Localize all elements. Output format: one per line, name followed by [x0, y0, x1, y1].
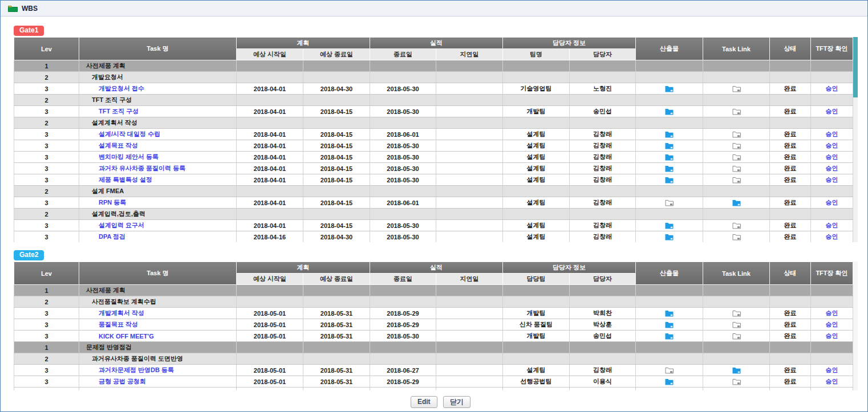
output-folder-icon[interactable]: [665, 366, 674, 373]
task-link-folder-icon[interactable]: [732, 165, 741, 172]
task-cell: 문제점 반영점검: [79, 342, 237, 353]
output-folder-icon[interactable]: [665, 233, 674, 240]
vertical-scrollbar[interactable]: [853, 37, 858, 242]
task-name-link[interactable]: RPN 등록: [99, 199, 126, 206]
output-folder-icon[interactable]: [665, 142, 674, 149]
task-link-folder-icon[interactable]: [732, 199, 741, 206]
approve-link[interactable]: 승인: [826, 233, 838, 240]
approve-link[interactable]: 승인: [826, 176, 838, 183]
status-cell: 완료: [770, 129, 811, 140]
task-link-folder-icon[interactable]: [732, 222, 741, 229]
approve-link[interactable]: 승인: [826, 142, 838, 149]
task-link-cell: [703, 174, 770, 186]
task-link-folder-icon[interactable]: [732, 153, 741, 160]
task-link-cell: [703, 152, 770, 163]
task-cell: 설계계획서 작성: [79, 117, 237, 129]
task-name-link[interactable]: 설계입력 요구서: [99, 222, 144, 229]
task-cell: DPA 점검: [79, 231, 237, 243]
owner-cell: [570, 209, 636, 220]
task-link-folder-icon[interactable]: [732, 142, 741, 149]
output-cell: [636, 106, 703, 117]
output-folder-icon[interactable]: [665, 165, 674, 172]
plan-end-cell: [303, 296, 370, 308]
output-folder-icon[interactable]: [665, 130, 674, 137]
task-link-folder-icon[interactable]: [732, 108, 741, 115]
task-cell: 과거유사차종 품질이력 도면반영: [79, 353, 237, 365]
task-name-link[interactable]: DPA 점검: [99, 233, 125, 240]
delay-cell: [436, 365, 503, 376]
output-folder-icon[interactable]: [665, 176, 674, 183]
tft-confirm-cell: [811, 209, 853, 220]
plan-start-cell: 2018-05-01: [237, 319, 303, 331]
output-cell: [636, 197, 703, 209]
approve-link[interactable]: 승인: [826, 165, 838, 172]
output-folder-icon[interactable]: [665, 309, 674, 316]
actual-end-cell: 2018-05-30: [370, 331, 436, 342]
output-folder-icon[interactable]: [665, 108, 674, 115]
approve-link[interactable]: 승인: [826, 108, 838, 115]
output-folder-icon[interactable]: [665, 85, 674, 92]
plan-end-cell: 2018-05-31: [303, 376, 370, 387]
table-row: 3설계목표 작성2018-04-012018-04-152018-05-30설계…: [14, 140, 853, 152]
task-link-folder-icon[interactable]: [732, 176, 741, 183]
approve-link[interactable]: 승인: [826, 321, 838, 328]
close-button[interactable]: 닫기: [443, 396, 470, 408]
task-link-folder-icon[interactable]: [732, 130, 741, 137]
col-header-deliverable: 산출물: [636, 262, 703, 285]
task-name-link[interactable]: 벤치마킹 제안서 등록: [99, 153, 159, 160]
task-name-link[interactable]: 개발계획서 작성: [99, 309, 144, 316]
output-folder-icon[interactable]: [665, 222, 674, 229]
approve-link[interactable]: 승인: [826, 222, 838, 229]
col-subheader-plan-end: 예상 종료일: [303, 274, 370, 285]
edit-button[interactable]: Edit: [411, 396, 437, 408]
task-link-folder-icon[interactable]: [732, 321, 741, 328]
approve-link[interactable]: 승인: [826, 199, 838, 206]
actual-end-cell: [370, 209, 436, 220]
owner-cell: 박희찬: [570, 308, 636, 319]
task-link-folder-icon[interactable]: [732, 332, 741, 339]
delay-cell: [436, 152, 503, 163]
task-link-folder-icon[interactable]: [732, 378, 741, 385]
vertical-scrollbar[interactable]: [853, 262, 858, 390]
tft-confirm-cell: 승인: [811, 106, 853, 117]
approve-link[interactable]: 승인: [826, 378, 838, 385]
task-link-folder-icon[interactable]: [732, 309, 741, 316]
output-folder-icon[interactable]: [665, 378, 674, 385]
plan-start-cell: 2018-04-01: [237, 197, 303, 209]
output-folder-icon[interactable]: [665, 332, 674, 339]
approve-link[interactable]: 승인: [826, 85, 838, 92]
task-cell: 품질목표 작성: [79, 319, 237, 331]
output-cell: [636, 117, 703, 129]
task-link-folder-icon[interactable]: [732, 233, 741, 240]
task-cell: 설계/시작 대일정 수립: [79, 129, 237, 140]
task-link-cell: [703, 331, 770, 342]
approve-link[interactable]: 승인: [826, 332, 838, 339]
task-name-link[interactable]: 금형 공법 공청회: [99, 378, 146, 385]
task-name-link[interactable]: 개발요청서 접수: [99, 85, 144, 92]
approve-link[interactable]: 승인: [826, 309, 838, 316]
table-row: 3KICK OFF MEET'G2018-05-012018-05-312018…: [14, 331, 853, 342]
task-name-link[interactable]: 설계목표 작성: [99, 142, 138, 149]
output-folder-icon[interactable]: [665, 321, 674, 328]
approve-link[interactable]: 승인: [826, 130, 838, 137]
status-cell: [770, 72, 811, 83]
status-cell: 완료: [770, 174, 811, 186]
task-name-link[interactable]: 설계/시작 대일정 수립: [99, 130, 160, 137]
task-name-link[interactable]: 품질목표 작성: [99, 321, 138, 328]
owner-cell: 김창래: [570, 231, 636, 243]
task-name-link[interactable]: 제품 특별특성 설정: [99, 176, 152, 183]
task-link-folder-icon[interactable]: [732, 85, 741, 92]
plan-start-cell: 2018-04-01: [237, 83, 303, 95]
task-name-link[interactable]: TFT 조직 구성: [99, 108, 139, 115]
lev-cell: 2: [14, 353, 79, 365]
approve-link[interactable]: 승인: [826, 153, 838, 160]
task-name-link[interactable]: KICK OFF MEET'G: [99, 333, 154, 340]
output-folder-icon[interactable]: [665, 199, 674, 206]
task-link-folder-icon[interactable]: [732, 366, 741, 373]
col-header-plan-group: 계획: [237, 38, 370, 49]
task-name-link[interactable]: 과거차 유사차종 품질이력 등록: [99, 165, 185, 172]
task-name-link[interactable]: 과거차문제점 반영DB 등록: [99, 366, 174, 373]
output-folder-icon[interactable]: [665, 153, 674, 160]
scrollbar-thumb[interactable]: [853, 37, 858, 97]
approve-link[interactable]: 승인: [826, 366, 838, 373]
